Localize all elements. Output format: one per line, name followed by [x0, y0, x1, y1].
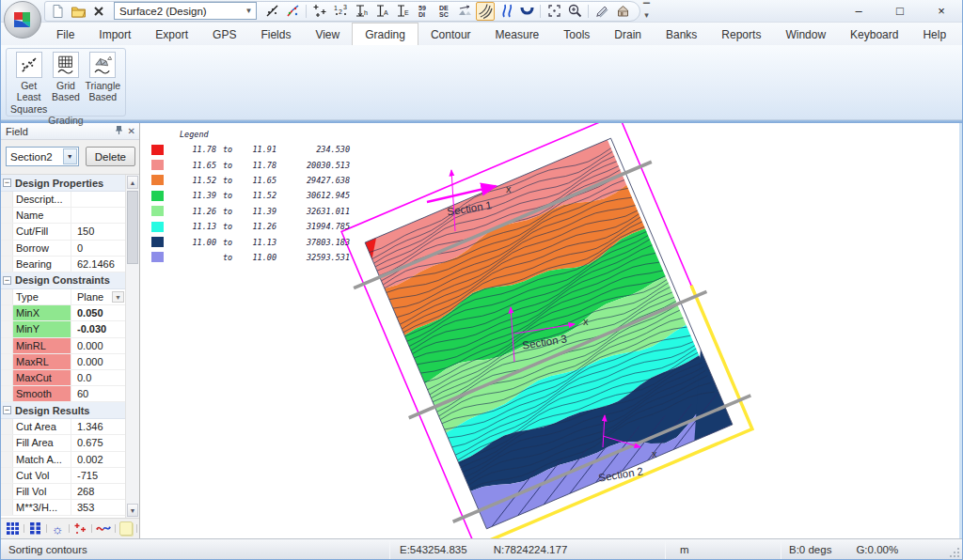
level-height-icon[interactable]: h	[352, 2, 371, 21]
row-value[interactable]: 0.000	[71, 354, 125, 369]
grid-section-design-properties[interactable]: −Design Properties	[1, 175, 125, 192]
row-value[interactable]	[71, 192, 125, 207]
open-folder-icon[interactable]	[69, 2, 87, 21]
close-surface-icon[interactable]	[89, 2, 108, 21]
settings-sun-icon[interactable]: ☼	[51, 521, 65, 537]
menu-item-grading[interactable]: Grading	[352, 23, 418, 45]
scroll-up-icon[interactable]: ▲	[127, 176, 138, 189]
grid-row-descript[interactable]: Descript...	[1, 192, 125, 208]
draw-line-icon[interactable]	[262, 2, 281, 21]
row-value[interactable]	[71, 208, 125, 223]
grid-section-design-results[interactable]: −Design Results	[1, 402, 125, 419]
profile-wave-icon[interactable]	[96, 521, 111, 537]
valley-icon[interactable]	[517, 2, 536, 21]
grid-row-maxcut[interactable]: MaxCut0.0	[1, 370, 125, 386]
collapse-icon[interactable]: −	[3, 179, 11, 187]
grid-row-cut-area[interactable]: Cut Area1.346	[1, 419, 125, 435]
row-value[interactable]: -715	[71, 468, 125, 483]
collapse-icon[interactable]: −	[3, 406, 11, 414]
row-value[interactable]: 0	[71, 241, 125, 256]
zoom-icon[interactable]	[565, 2, 584, 21]
grid-row-fill-area[interactable]: Fill Area0.675	[1, 435, 125, 451]
menu-item-import[interactable]: Import	[87, 23, 143, 45]
app-logo-icon[interactable]	[4, 1, 41, 39]
row-value[interactable]: 1.346	[71, 419, 125, 434]
grid-row-cut-fill[interactable]: Cut/Fill150	[1, 224, 125, 240]
menu-item-keyboard[interactable]: Keyboard	[838, 23, 910, 45]
minimize-button[interactable]: –	[838, 0, 879, 22]
level-all-icon[interactable]: A	[372, 2, 391, 21]
menu-item-window[interactable]: Window	[773, 23, 838, 45]
add-points-red-icon[interactable]	[73, 521, 87, 537]
grid-scrollbar[interactable]: ▲ ▼	[125, 175, 139, 518]
menu-item-view[interactable]: View	[303, 23, 352, 45]
menu-item-drain[interactable]: Drain	[602, 23, 654, 45]
row-value[interactable]: 353	[71, 500, 125, 515]
panel-close-icon[interactable]: ✕	[128, 126, 135, 136]
close-button[interactable]: ×	[921, 0, 962, 22]
triangle-based-button[interactable]: TriangleBased	[85, 52, 121, 115]
add-points-icon[interactable]	[310, 2, 329, 21]
row-value[interactable]: 62.1466	[71, 257, 125, 272]
row-value[interactable]: -0.030	[71, 321, 125, 336]
grid-row-maxrl[interactable]: MaxRL0.000	[1, 354, 125, 370]
menu-item-tools[interactable]: Tools	[551, 23, 602, 45]
row-value[interactable]: 268	[71, 484, 125, 499]
smooth-curves-icon[interactable]	[497, 2, 515, 21]
menu-item-gps[interactable]: GPS	[200, 23, 248, 45]
row-value[interactable]: 0.0	[71, 370, 125, 385]
grid-row-name[interactable]: Name	[1, 208, 125, 224]
new-file-icon[interactable]	[48, 2, 67, 21]
grid-row-m-3-h[interactable]: M**3/H...353	[1, 500, 125, 516]
delete-button[interactable]: Delete	[86, 147, 135, 166]
grid-row-borrow[interactable]: Borrow0	[1, 241, 125, 257]
row-value[interactable]: Plane▼	[71, 289, 125, 304]
contour-waves-icon[interactable]	[476, 2, 495, 21]
row-value[interactable]: 0.675	[71, 435, 125, 450]
menu-item-file[interactable]: File	[44, 23, 87, 45]
grid-section-design-constraints[interactable]: −Design Constraints	[1, 272, 125, 289]
drawing-canvas[interactable]: Legend 11.78to11.91234.53011.65to11.7820…	[140, 123, 962, 538]
type-dropdown-icon[interactable]: ▼	[112, 291, 124, 303]
menu-item-export[interactable]: Export	[143, 23, 200, 45]
grid-row-minrl[interactable]: MinRL0.000	[1, 338, 125, 354]
menu-item-fields[interactable]: Fields	[248, 23, 303, 45]
grid-row-type[interactable]: TypePlane▼	[1, 289, 125, 305]
home-icon[interactable]	[613, 2, 632, 21]
note-icon[interactable]	[119, 521, 134, 537]
grid-row-bearing[interactable]: Bearing62.1466	[1, 257, 125, 272]
toolbar-overflow-icon[interactable]: ▔▾	[643, 4, 650, 19]
grid-row-minx[interactable]: MinX0.050	[1, 305, 125, 321]
grid-row-fill-vol[interactable]: Fill Vol268	[1, 484, 125, 500]
table-grid-icon[interactable]	[6, 521, 20, 537]
surface-selector[interactable]: Surface2 (Design) ▼	[114, 2, 257, 20]
scroll-down-icon[interactable]: ▼	[127, 504, 138, 517]
menu-item-measure[interactable]: Measure	[483, 23, 552, 45]
contour-bands[interactable]	[363, 133, 735, 536]
row-value[interactable]: 0.002	[71, 452, 125, 467]
scrollbar-thumb[interactable]	[127, 191, 138, 264]
grid-row-match-a[interactable]: Match A...0.002	[1, 452, 125, 468]
row-value[interactable]: 0.000	[71, 338, 125, 353]
row-value[interactable]: 60	[71, 386, 125, 401]
menu-item-help[interactable]: Help	[910, 23, 958, 45]
number-points-icon[interactable]: 123	[331, 2, 350, 21]
grid-row-cut-vol[interactable]: Cut Vol-715	[1, 468, 125, 484]
level-each-icon[interactable]: E	[393, 2, 412, 21]
row-value[interactable]: 150	[71, 224, 125, 239]
columns-icon[interactable]	[28, 521, 42, 537]
draw-line-color-icon[interactable]	[283, 2, 302, 21]
collapse-icon[interactable]: −	[3, 276, 11, 285]
menu-item-reports[interactable]: Reports	[709, 23, 773, 45]
grid-row-miny[interactable]: MinY-0.030	[1, 321, 125, 337]
hatch-pencils-icon[interactable]	[592, 2, 611, 21]
menu-item-banks[interactable]: Banks	[654, 23, 709, 45]
row-value[interactable]: 0.050	[71, 305, 125, 320]
grid-based-button[interactable]: GridBased	[47, 52, 84, 115]
slope-triangles-icon[interactable]	[455, 2, 474, 21]
resize-grip[interactable]	[949, 539, 962, 560]
zoom-extents-icon[interactable]	[545, 2, 563, 21]
grid-row-smooth[interactable]: Smooth60	[1, 386, 125, 402]
section-selector[interactable]: Section2 ▼	[6, 147, 79, 166]
di-letters-icon[interactable]: 59DI	[414, 2, 433, 21]
